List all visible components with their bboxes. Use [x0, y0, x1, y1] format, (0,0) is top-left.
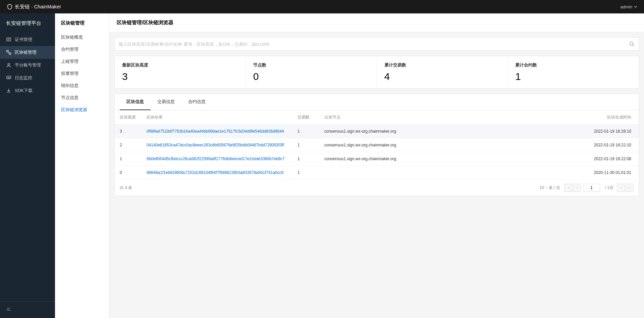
sub-node[interactable]: 节点信息: [55, 92, 109, 104]
primary-sidebar: 长安链管理平台 证书管理 区块链管理 平台账号管理 日志监控 SDK下载: [0, 13, 55, 318]
first-icon: [567, 186, 570, 189]
tab-contracts[interactable]: 合约信息: [181, 94, 212, 110]
collapse-icon: [6, 307, 11, 312]
sidebar2-title: 区块链管理: [55, 13, 109, 31]
breadcrumb: 区块链管理/区块链浏览器: [109, 13, 644, 32]
stat-label: 最新区块高度: [122, 62, 238, 68]
chevron-down-icon: [634, 5, 637, 8]
stat-nodes: 节点数 0: [246, 56, 377, 88]
nav-label: 区块链管理: [15, 49, 37, 55]
table-row: 2 04140e61653ca47dcc0ac8eeec263c6b605676…: [115, 138, 639, 152]
total-count: 共 4 条: [120, 185, 132, 191]
stat-contracts: 累计合约数 1: [508, 56, 639, 88]
stat-value: 0: [253, 71, 369, 82]
sub-explorer[interactable]: 区块链浏览器: [55, 104, 109, 116]
stat-value: 3: [122, 71, 238, 82]
nav-sdk[interactable]: SDK下载: [0, 84, 55, 97]
tab-blocks[interactable]: 区块信息: [120, 94, 151, 110]
stats-panel: 最新区块高度 3 节点数 0 累计交易数 4 累计合约数 1: [114, 56, 639, 89]
cell-node: consensus1.sign.wx-org.chainmaker.org: [319, 125, 470, 138]
svg-line-5: [8, 52, 9, 53]
nav-account[interactable]: 平台账号管理: [0, 59, 55, 72]
monitor-icon: [6, 75, 11, 81]
tab-transactions[interactable]: 交易信息: [151, 94, 181, 110]
th-tx: 交易数: [292, 110, 319, 125]
main-content: 区块链管理/区块链浏览器 最新区块高度 3 节点数 0 累计交易数 4: [109, 13, 644, 318]
stat-label: 累计交易数: [384, 62, 500, 68]
cell-time: 2022-01-19 16:22:08: [470, 152, 639, 166]
table-card: 区块信息 交易信息 合约信息 区块高度 区块哈希 交易数 出块节点 区块生成时间: [114, 94, 639, 196]
secondary-sidebar: 区块链管理 区块链概览 合约管理 上链管理 投票管理 组织信息 节点信息 区块链…: [55, 13, 109, 318]
nav-blockchain[interactable]: 区块链管理: [0, 46, 55, 59]
table-row: 0 98848a1f1eb928606c7202d169104f84f7f586…: [115, 166, 639, 180]
chevron-down-icon: [545, 186, 548, 189]
logo: 长安链 · ChainMaker: [7, 4, 61, 10]
nav-logs[interactable]: 日志监控: [0, 72, 55, 84]
cell-time: 2022-01-19 16:28:10: [470, 125, 639, 138]
hash-link[interactable]: 04140e61653ca47dcc0ac8eeec263c6b605676e9…: [147, 143, 284, 147]
sidebar-collapse[interactable]: [0, 301, 55, 318]
cell-height: 1: [115, 152, 142, 166]
stat-transactions: 累计交易数 4: [377, 56, 508, 88]
nav-label: 证书管理: [15, 37, 32, 43]
svg-rect-0: [7, 38, 11, 41]
stat-label: 累计合约数: [515, 62, 631, 68]
cell-node: [319, 166, 470, 180]
search-input[interactable]: [119, 42, 629, 47]
nav-label: 平台账号管理: [15, 62, 41, 68]
shield-icon: [7, 4, 13, 10]
user-menu[interactable]: admin: [621, 4, 637, 9]
sub-vote[interactable]: 投票管理: [55, 67, 109, 80]
user-icon: [6, 62, 11, 68]
stat-value: 4: [384, 71, 500, 82]
cell-time: 2022-01-19 16:22:10: [470, 138, 639, 152]
next-icon: [620, 186, 622, 189]
stat-label: 节点数: [253, 62, 369, 68]
cell-node: consensus1.sign.wx-org.chainmaker.org: [319, 138, 470, 152]
sub-upload[interactable]: 上链管理: [55, 55, 109, 67]
last-icon: [628, 186, 631, 189]
th-time: 区块生成时间: [470, 110, 639, 125]
prev-icon: [576, 186, 578, 189]
sub-overview[interactable]: 区块链概览: [55, 31, 109, 43]
cell-tx: 1: [292, 166, 319, 180]
pagination: 共 4 条 10 条 / 页: [115, 180, 639, 196]
nav-label: SDK下载: [15, 88, 33, 94]
stat-block-height: 最新区块高度 3: [115, 56, 246, 88]
chain-icon: [6, 50, 11, 55]
cell-height: 3: [115, 125, 142, 138]
th-node: 出块节点: [319, 110, 470, 125]
hash-link[interactable]: 0f98fa47519df7763b18a40ea44bb99dae1e1761…: [147, 129, 284, 134]
svg-point-11: [630, 42, 633, 45]
page-size-select[interactable]: 10 条 / 页: [539, 185, 560, 191]
certificate-icon: [6, 37, 11, 42]
nav-label: 日志监控: [15, 75, 32, 81]
total-pages: / 1页: [605, 185, 613, 191]
hash-link[interactable]: 98848a1f1eb928606c7202d169104f84f7f58662…: [147, 170, 283, 175]
cell-tx: 1: [292, 152, 319, 166]
cell-node: consensus1.sign.wx-org.chainmaker.org: [319, 152, 470, 166]
cell-height: 0: [115, 166, 142, 180]
hash-link[interactable]: 5b0e6004d5cfbdccc26ca582f22599a8f1776db6…: [147, 156, 285, 161]
page-first[interactable]: [564, 184, 572, 192]
page-input[interactable]: [583, 184, 600, 192]
logo-text: 长安链 · ChainMaker: [15, 4, 61, 10]
th-hash: 区块哈希: [142, 110, 292, 125]
page-next[interactable]: [617, 184, 625, 192]
search-box: [114, 37, 639, 51]
per-page-label: 条 / 页: [549, 185, 560, 191]
th-height: 区块高度: [115, 110, 142, 125]
search-icon[interactable]: [629, 41, 635, 47]
nav-certificate[interactable]: 证书管理: [0, 33, 55, 46]
cell-time: 2020-11-30 01:01:01: [470, 166, 639, 180]
sub-contract[interactable]: 合约管理: [55, 43, 109, 55]
page-prev[interactable]: [573, 184, 581, 192]
table-row: 3 0f98fa47519df7763b18a40ea44bb99dae1e17…: [115, 125, 639, 138]
stat-value: 1: [515, 71, 631, 82]
sub-org[interactable]: 组织信息: [55, 80, 109, 92]
cell-height: 2: [115, 138, 142, 152]
tabs: 区块信息 交易信息 合约信息: [115, 94, 639, 110]
page-last[interactable]: [626, 184, 634, 192]
download-icon: [6, 88, 11, 93]
table-row: 1 5b0e6004d5cfbdccc26ca582f22599a8f1776d…: [115, 152, 639, 166]
